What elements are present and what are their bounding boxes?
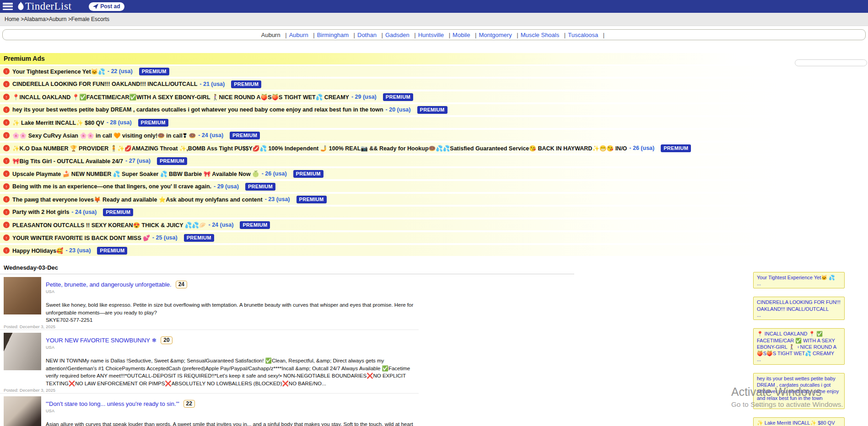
bump-up-icon: ↑ — [3, 106, 10, 113]
listing-thumbnail[interactable] — [4, 333, 41, 370]
premium-ad-title[interactable]: Party with 2 Hot girls — [12, 209, 69, 215]
premium-ad-row[interactable]: ↑ PLEASANTON OUTCALLS !! SEXY KOREAN😍 TH… — [0, 219, 868, 230]
premium-ad-title[interactable]: PLEASANTON OUTCALLS !! SEXY KOREAN😍 THIC… — [12, 222, 206, 229]
premium-ad-title[interactable]: Upscale Playmate 🍰 NEW NUMBER 💦 Super So… — [12, 170, 259, 177]
city-link[interactable]: Montgomery — [479, 32, 512, 38]
premium-badge: PREMIUM — [97, 247, 127, 255]
sidebar-ad-more[interactable]: ... — [757, 357, 841, 362]
bump-up-icon: ↑ — [3, 247, 10, 254]
premium-ad-age-meta: - 23 (usa) — [265, 196, 290, 202]
sidebar-ad-title[interactable]: hey its your best wettes petite baby DRE… — [757, 375, 841, 401]
premium-ad-age-meta: - 20 (usa) — [386, 106, 411, 113]
premium-badge: PREMIUM — [661, 144, 691, 152]
sidebar-premium-ad[interactable]: hey its your best wettes petite baby DRE… — [753, 373, 845, 409]
listing-thumbnail[interactable] — [4, 396, 41, 426]
premium-ad-age-meta: - 26 (usa) — [262, 170, 287, 177]
premium-ad-title[interactable]: ✨ Lake Merritt INCALL✨ $80 QV — [12, 119, 104, 126]
premium-ad-title[interactable]: 🎀Big Tits Girl - OUTCALL Available 24/7 — [12, 158, 123, 165]
premium-ad-title[interactable]: CINDERELLA LOOKING FOR FUN!!! OAKLAND!!!… — [12, 81, 197, 87]
premium-ad-row[interactable]: ↑ hey its your best wettes petite baby D… — [0, 104, 868, 115]
city-separator: | — [313, 32, 314, 38]
premium-ad-row[interactable]: ↑ The pawg that everyone loves🦊 Ready an… — [0, 194, 868, 205]
premium-ad-row[interactable]: ↑ Your Tightest Experience Yet🐱💦 - 22 (u… — [0, 66, 868, 77]
premium-ad-row[interactable]: ↑ ✨ Lake Merritt INCALL✨ $80 QV - 28 (us… — [0, 117, 868, 128]
city-link[interactable]: Gadsden — [385, 32, 410, 38]
country-label: USA — [46, 289, 415, 294]
listing-description: Sweet like honey, bold like espresso. Pe… — [46, 301, 414, 316]
listing-content: YOUR NEW FAVORITE SNOWBUNNY ❄ 20 USA NEW… — [46, 333, 415, 388]
empty-input[interactable] — [795, 59, 867, 66]
city-separator: | — [285, 32, 286, 38]
sidebar-ad-title[interactable]: Your Tightest Experience Yet🐱 💦 — [757, 274, 841, 281]
menu-icon[interactable] — [3, 3, 13, 10]
premium-ad-age-meta: - 29 (usa) — [351, 94, 377, 100]
premium-badge: PREMIUM — [103, 208, 133, 216]
premium-badge: PREMIUM — [383, 93, 413, 101]
bump-up-icon: ↑ — [3, 132, 10, 138]
sidebar-ad-more[interactable]: ... — [757, 401, 841, 407]
premium-ad-title[interactable]: YOUR WINTER FAVORITE IS BACK DONT MISS 💕 — [12, 234, 150, 241]
premium-ad-row[interactable]: ↑ Upscale Playmate 🍰 NEW NUMBER 💦 Super … — [0, 168, 868, 179]
premium-ad-title[interactable]: 🌸🌸 Sexy CuRvy Asian 🌸🌸 in call 🧡 visitin… — [12, 132, 196, 139]
premium-ad-title[interactable]: 📍INCALL OAKLAND 📍✅FACETIME/CAR✅WITH A SE… — [12, 94, 349, 101]
city-link[interactable]: Birmingham — [317, 32, 349, 38]
premium-ad-title[interactable]: Happy HOlidays🥰 — [12, 247, 63, 254]
listing-thumb-wrap — [0, 277, 42, 324]
sidebar-premium-ad[interactable]: 📍 INCALL OAKLAND 📍 ✅ FACETIME/CAR ✅ WITH… — [753, 328, 845, 364]
listing-title-link[interactable]: YOUR NEW FAVORITE SNOWBUNNY ❄ — [46, 337, 156, 344]
city-link[interactable]: Mobile — [453, 32, 470, 38]
bump-up-icon: ↑ — [3, 170, 10, 177]
listing-description: Asian allure with curves that speak loud… — [46, 421, 414, 426]
city-link[interactable]: Huntsville — [418, 32, 444, 38]
bump-up-icon: ↑ — [3, 119, 10, 126]
brand-logo[interactable]: TinderList — [17, 0, 71, 12]
sidebar-ad-title[interactable]: CINDERELLA LOOKING FOR FUN!!! OAKLAND!!!… — [757, 299, 841, 312]
city-link[interactable]: Auburn — [261, 32, 280, 38]
sidebar-premium-ad[interactable]: CINDERELLA LOOKING FOR FUN!!! OAKLAND!!!… — [753, 297, 845, 320]
bump-up-icon: ↑ — [3, 234, 10, 241]
age-badge: 22 — [183, 400, 195, 408]
premium-ad-title[interactable]: Your Tightest Experience Yet🐱💦 — [12, 68, 105, 75]
premium-badge: PREMIUM — [293, 170, 323, 178]
sidebar-ad-more[interactable]: ... — [757, 281, 841, 287]
listing-title-link[interactable]: "'Don't stare too long... unless you're … — [46, 400, 179, 407]
sidebar-premium-ad[interactable]: Your Tightest Experience Yet🐱 💦 ... — [753, 272, 845, 288]
premium-ad-title[interactable]: ✨K.O Daa NUMBER 🏆 PROVIDER 🧍✨💋AMAZING Th… — [12, 145, 627, 152]
bump-up-icon: ↑ — [3, 196, 10, 202]
premium-ad-row[interactable]: ↑ ✨K.O Daa NUMBER 🏆 PROVIDER 🧍✨💋AMAZING … — [0, 143, 868, 154]
premium-ad-title[interactable]: The pawg that everyone loves🦊 Ready and … — [12, 196, 263, 203]
sidebar-ad-more[interactable]: ... — [757, 312, 841, 318]
sidebar-ad-title[interactable]: ✨ Lake Merritt INCALL✨ $80 QV — [757, 420, 841, 426]
premium-ads-list: ↑ Your Tightest Experience Yet🐱💦 - 22 (u… — [0, 66, 868, 256]
premium-ad-row[interactable]: ↑ CINDERELLA LOOKING FOR FUN!!! OAKLAND!… — [0, 79, 868, 90]
listing-thumbnail[interactable] — [4, 277, 41, 314]
bump-up-icon: ↑ — [3, 94, 10, 100]
premium-ad-row[interactable]: ↑ 📍INCALL OAKLAND 📍✅FACETIME/CAR✅WITH A … — [0, 91, 868, 102]
age-badge: 24 — [176, 281, 187, 288]
premium-ad-row[interactable]: ↑ Happy HOlidays🥰 - 23 (usa) PREMIUM — [0, 245, 868, 256]
premium-ad-row[interactable]: ↑ Party with 2 Hot girls - 24 (usa) PREM… — [0, 207, 868, 218]
sidebar-premium-ad[interactable]: ✨ Lake Merritt INCALL✨ $80 QV ... — [753, 417, 845, 426]
sidebar-ad-title[interactable]: 📍 INCALL OAKLAND 📍 ✅ FACETIME/CAR ✅ WITH… — [757, 330, 841, 357]
premium-ad-age-meta: - 27 (usa) — [125, 158, 151, 164]
breadcrumb[interactable]: Home >Alabama>Auburn >Female Escorts — [0, 13, 868, 26]
premium-ad-title[interactable]: hey its your best wettes petite baby DRE… — [12, 106, 383, 113]
city-link[interactable]: Tuscaloosa — [568, 32, 598, 38]
city-link[interactable]: Auburn — [289, 32, 308, 38]
flame-icon — [17, 2, 24, 11]
post-ad-button[interactable]: Post ad — [89, 2, 124, 11]
age-badge: 20 — [161, 336, 172, 344]
premium-ad-row[interactable]: ↑ Being with me is an experience—one tha… — [0, 181, 868, 192]
premium-ad-title[interactable]: Being with me is an experience—one that … — [12, 183, 211, 190]
premium-ad-age-meta: - 24 (usa) — [209, 222, 234, 228]
premium-ad-row[interactable]: ↑ 🎀Big Tits Girl - OUTCALL Available 24/… — [0, 155, 868, 166]
premium-ad-row[interactable]: ↑ 🌸🌸 Sexy CuRvy Asian 🌸🌸 in call 🧡 visit… — [0, 130, 868, 141]
listing-phone: SKYE702-577-2251 — [46, 316, 415, 324]
listing-description: NEW IN TOWNMy name is Dallas !Seductive,… — [46, 357, 414, 388]
premium-ad-row[interactable]: ↑ YOUR WINTER FAVORITE IS BACK DONT MISS… — [0, 232, 868, 243]
city-link[interactable]: Muscle Shoals — [521, 32, 560, 38]
listing-thumb-wrap — [0, 396, 42, 426]
city-item: Tuscaloosa | — [568, 32, 607, 38]
listing-title-link[interactable]: Petite, brunette, and dangerously unforg… — [46, 281, 172, 288]
city-link[interactable]: Dothan — [357, 32, 377, 38]
